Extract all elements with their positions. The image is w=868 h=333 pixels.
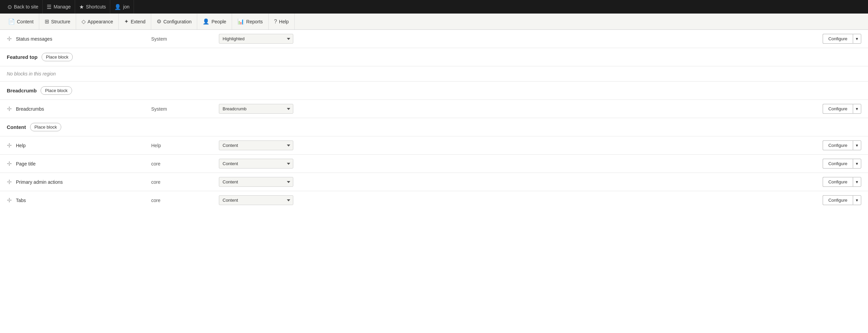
block-name-page-title: Page title [16,161,151,166]
appearance-nav-icon: ◇ [82,18,86,25]
place-block-button-breadcrumb[interactable]: Place block [41,86,72,95]
block-region-page-title: Content Featured top Breadcrumb [219,159,303,169]
table-row: ✛ Status messages System Highlighted Con… [0,30,868,48]
content-nav-label: Content [17,19,33,24]
block-provider-help: Help [151,143,219,148]
configure-button-primary-admin-actions[interactable]: Configure [823,177,853,187]
table-row: ✛ Tabs core Content Featured top Breadcr… [0,191,868,209]
extend-nav-label: Extend [131,19,145,24]
content-nav-icon: 📄 [8,18,15,25]
configure-dropdown-breadcrumbs[interactable]: ▾ [853,104,861,114]
main-nav: 📄 Content ⊞ Structure ◇ Appearance ✦ Ext… [0,14,868,30]
manage-link[interactable]: ☰ Manage [43,0,75,14]
people-nav-label: People [211,19,226,24]
block-actions-primary-admin-actions: Configure ▾ [823,177,861,187]
block-actions-tabs: Configure ▾ [823,195,861,205]
block-name-tabs: Tabs [16,198,151,203]
block-name-help: Help [16,143,151,148]
configure-button-breadcrumbs[interactable]: Configure [823,104,853,114]
content-area: ✛ Status messages System Highlighted Con… [0,30,868,209]
drag-handle-icon[interactable]: ✛ [7,178,12,186]
help-nav-label: Help [279,19,289,24]
appearance-nav-label: Appearance [88,19,113,24]
region-select-help[interactable]: Content Featured top Breadcrumb [219,140,293,150]
user-label: jon [123,4,130,9]
configure-dropdown-primary-admin-actions[interactable]: ▾ [853,177,861,187]
place-block-button-featured-top[interactable]: Place block [42,53,73,61]
configure-button-page-title[interactable]: Configure [823,159,853,169]
shortcuts-icon: ★ [79,4,84,10]
table-row: ✛ Help Help Content Featured top Breadcr… [0,136,868,155]
configure-dropdown-status-messages[interactable]: ▾ [853,34,861,44]
place-block-button-content[interactable]: Place block [30,123,61,131]
manage-label: Manage [53,4,71,9]
configure-button-status-messages[interactable]: Configure [823,34,853,44]
nav-content[interactable]: 📄 Content [3,14,39,29]
block-provider-page-title: core [151,161,219,166]
table-row: ✛ Breadcrumbs System Breadcrumb Content … [0,100,868,118]
region-select-page-title[interactable]: Content Featured top Breadcrumb [219,159,293,169]
user-icon: 👤 [114,4,121,10]
reports-nav-icon: 📊 [237,18,244,25]
configure-dropdown-tabs[interactable]: ▾ [853,195,861,205]
drag-handle-icon[interactable]: ✛ [7,35,12,43]
region-select-breadcrumbs[interactable]: Breadcrumb Content Featured top [219,104,293,114]
user-link[interactable]: 👤 jon [110,0,134,14]
block-provider-status-messages: System [151,36,219,42]
people-nav-icon: 👤 [203,18,209,25]
block-actions-status-messages: Configure ▾ [823,34,861,44]
admin-toolbar: ⊙ Back to site ☰ Manage ★ Shortcuts 👤 jo… [0,0,868,14]
region-select-tabs[interactable]: Content Featured top Breadcrumb [219,195,293,205]
section-header-content: Content Place block [0,118,868,136]
block-region-help: Content Featured top Breadcrumb [219,140,303,150]
nav-configuration[interactable]: ⚙ Configuration [151,14,197,29]
extend-nav-icon: ✦ [124,18,129,25]
table-row: ✛ Page title core Content Featured top B… [0,155,868,173]
block-name-status-messages: Status messages [16,36,151,42]
configure-dropdown-page-title[interactable]: ▾ [853,159,861,169]
region-select-status-messages[interactable]: Highlighted Content Featured top Breadcr… [219,34,293,44]
block-actions-page-title: Configure ▾ [823,159,861,169]
block-region-breadcrumbs: Breadcrumb Content Featured top [219,104,303,114]
block-provider-tabs: core [151,198,219,203]
back-icon: ⊙ [7,4,12,10]
block-actions-help: Configure ▾ [823,140,861,150]
configure-button-help[interactable]: Configure [823,140,853,150]
block-provider-primary-admin-actions: core [151,179,219,185]
configure-button-tabs[interactable]: Configure [823,195,853,205]
block-actions-breadcrumbs: Configure ▾ [823,104,861,114]
configuration-nav-label: Configuration [163,19,191,24]
table-row: ✛ Primary admin actions core Content Fea… [0,173,868,191]
block-provider-breadcrumbs: System [151,106,219,112]
block-region-primary-admin-actions: Content Featured top Breadcrumb [219,177,303,187]
block-region-status-messages: Highlighted Content Featured top Breadcr… [219,34,303,44]
drag-handle-icon[interactable]: ✛ [7,197,12,204]
nav-appearance[interactable]: ◇ Appearance [76,14,119,29]
section-header-breadcrumb: Breadcrumb Place block [0,82,868,100]
section-title-breadcrumb: Breadcrumb [7,88,37,93]
shortcuts-label: Shortcuts [86,4,106,9]
no-blocks-featured-top: No blocks in this region [0,66,868,82]
block-name-primary-admin-actions: Primary admin actions [16,179,151,185]
manage-icon: ☰ [47,4,51,10]
reports-nav-label: Reports [246,19,263,24]
back-to-site-label: Back to site [14,4,38,9]
configure-dropdown-help[interactable]: ▾ [853,140,861,150]
structure-nav-label: Structure [51,19,70,24]
nav-help[interactable]: ? Help [269,14,295,29]
region-select-primary-admin-actions[interactable]: Content Featured top Breadcrumb [219,177,293,187]
nav-reports[interactable]: 📊 Reports [232,14,269,29]
block-region-tabs: Content Featured top Breadcrumb [219,195,303,205]
drag-handle-icon[interactable]: ✛ [7,105,12,113]
shortcuts-link[interactable]: ★ Shortcuts [75,0,110,14]
back-to-site-link[interactable]: ⊙ Back to site [3,0,43,14]
help-nav-icon: ? [274,19,277,25]
structure-nav-icon: ⊞ [45,18,49,25]
nav-structure[interactable]: ⊞ Structure [39,14,76,29]
nav-extend[interactable]: ✦ Extend [119,14,151,29]
drag-handle-icon[interactable]: ✛ [7,160,12,168]
drag-handle-icon[interactable]: ✛ [7,142,12,149]
section-title-featured-top: Featured top [7,54,38,60]
nav-people[interactable]: 👤 People [197,14,232,29]
configuration-nav-icon: ⚙ [157,18,161,25]
